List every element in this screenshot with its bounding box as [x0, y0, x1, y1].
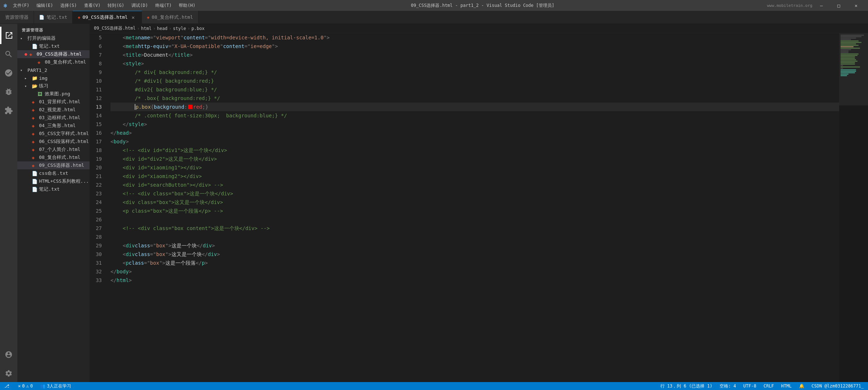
activity-search[interactable] [0, 46, 17, 63]
activity-extensions[interactable] [0, 102, 17, 119]
html-icon11: ◈ [32, 163, 38, 168]
sidebar-biji-txt[interactable]: 📄 笔记.txt [17, 185, 90, 193]
status-encoding[interactable]: UTF-8 [742, 384, 758, 389]
sidebar-css-txt[interactable]: 📄 css命名.txt [17, 169, 90, 177]
sidebar-xiaoguo-png[interactable]: 🖼 效果图.png [17, 90, 90, 98]
sidebar-htmlcss-txt[interactable]: 📄 HTML+CSS系列教程... [17, 177, 90, 185]
tab-combined-icon: ◈ [147, 15, 149, 20]
sidebar-item-css-selector[interactable]: ● ◈ 09_CSS选择器.html [17, 50, 90, 58]
sidebar-05-label: 05_CSS文字样式.html [39, 130, 90, 137]
menu-terminal[interactable]: 终端(T) [152, 2, 175, 9]
code-line-28 [110, 233, 839, 241]
html-icon6: ◈ [32, 123, 38, 129]
status-bell[interactable]: 🔔 [798, 384, 806, 389]
sidebar-notes-label: 笔记.txt [39, 43, 90, 49]
menu-file[interactable]: 文件(F) [10, 2, 32, 9]
sidebar-part1-2: ▾ PART1_2 ▸ 📁 img ▾ 📂 练习 🖼 效果图.png ◈ [17, 66, 90, 193]
sidebar-htmlcss-label: HTML+CSS系列教程... [39, 178, 90, 185]
tab-css-close[interactable]: ✕ [130, 14, 136, 21]
minimize-button[interactable]: — [813, 0, 830, 11]
status-bar-left: ⎇ ✕ 0 ⚠ 0 👥 3人正在学习 [3, 383, 73, 389]
code-line-10: /* #div1{ background:red;} [110, 77, 839, 85]
activity-debug[interactable] [0, 83, 17, 100]
status-spaces[interactable]: 空格: 4 [718, 383, 738, 389]
sidebar-08-html[interactable]: ◈ 08_复合样式.html [17, 153, 90, 161]
status-csdn-label: CSDN @lzm0312286771_ [812, 384, 864, 389]
maximize-button[interactable]: □ [830, 0, 847, 11]
status-encoding-label: UTF-8 [743, 384, 756, 389]
sidebar-05-html[interactable]: ◈ 05_CSS文字样式.html [17, 130, 90, 138]
code-line-13: p.box{ background: red;} [110, 103, 839, 111]
menu-edit[interactable]: 编辑(E) [34, 2, 56, 9]
activity-settings[interactable] [0, 365, 17, 382]
png-icon: 🖼 [38, 91, 43, 97]
line-numbers: 5 6 7 8 9 10 11 12 13 14 15 16 17 18 19 … [90, 33, 108, 382]
code-editor[interactable]: 5 6 7 8 9 10 11 12 13 14 15 16 17 18 19 … [90, 33, 868, 382]
editor-area: 09_CSS选择器.html › html › head › style › p… [90, 24, 868, 382]
sidebar-06-html[interactable]: ◈ 06_CSS段落样式.html [17, 138, 90, 146]
status-spaces-label: 空格: 4 [720, 383, 736, 389]
breadcrumb-sep4: › [187, 26, 190, 31]
close-button[interactable]: ✕ [848, 0, 864, 11]
tab-css-selector[interactable]: ◈ 09_CSS选择器.html ✕ [73, 11, 142, 23]
sidebar-item-combined[interactable]: ◈ 08_复合样式.html [17, 58, 90, 66]
tab-combined-label: 08_复合样式.html [152, 14, 193, 21]
tab-notes[interactable]: 📄 笔记.txt [34, 11, 73, 23]
menu-debug[interactable]: 调试(D) [129, 2, 151, 9]
sidebar-02-html[interactable]: ◈ 02_视觉差.html [17, 106, 90, 114]
breadcrumb-html: html [141, 26, 152, 31]
sidebar-09-html[interactable]: ◈ 09_CSS选择器.html [17, 161, 90, 169]
tab-combined[interactable]: ◈ 08_复合样式.html [142, 11, 199, 23]
modified-dot: ● [25, 52, 27, 57]
sidebar-open-editors: ▾ 打开的编辑器 📄 笔记.txt ● ◈ 09_CSS选择器.html ◈ 0… [17, 34, 90, 66]
status-position[interactable]: 行 13，列 6 (已选择 1) [659, 383, 714, 389]
sidebar-part1-2-label: PART1_2 [27, 68, 47, 73]
code-line-27: <!-- <div class="box content">这是一个块</div… [110, 224, 839, 233]
status-branch[interactable]: ⎇ [3, 384, 12, 389]
html-icon8: ◈ [32, 139, 38, 144]
sidebar-01-html[interactable]: ◈ 01_背景样式.html [17, 98, 90, 106]
menu-selection[interactable]: 选择(S) [57, 2, 80, 9]
sidebar-part1-2-toggle[interactable]: ▾ PART1_2 [17, 66, 90, 74]
sidebar-item-notes-txt[interactable]: 📄 笔记.txt [17, 42, 90, 50]
code-line-6: <meta http-equiv="X-UA-Compatible" conte… [110, 42, 839, 51]
menu-help[interactable]: 帮助(H) [176, 2, 198, 9]
menu-goto[interactable]: 转到(G) [105, 2, 127, 9]
arrow-down-icon3: ▾ [25, 84, 30, 88]
code-line-23: <!-- <div class="box">这是一个块</div> [110, 189, 839, 198]
txt-icon: 📄 [32, 44, 38, 49]
sidebar-04-html[interactable]: ◈ 04_三角形.html [17, 122, 90, 130]
activity-accounts[interactable] [0, 346, 17, 363]
sidebar-img-folder[interactable]: ▸ 📁 img [17, 74, 90, 82]
tab-bar: 资源管理器 📄 笔记.txt ◈ 09_CSS选择器.html ✕ ◈ 08_复… [0, 11, 868, 24]
sidebar-07-html[interactable]: ◈ 07_个人简介.html [17, 146, 90, 153]
status-errors[interactable]: ✕ 0 ⚠ 0 [17, 384, 34, 389]
breadcrumb-head: head [157, 26, 168, 31]
html-icon10: ◈ [32, 155, 38, 160]
html-icon4: ◈ [32, 107, 38, 113]
status-line-ending[interactable]: CRLF [762, 384, 776, 389]
sidebar-lianxi-folder[interactable]: ▾ 📂 练习 [17, 82, 90, 90]
status-csdn[interactable]: CSDN @lzm0312286771_ [810, 384, 865, 389]
sidebar-08-label: 08_复合样式.html [39, 154, 90, 161]
tab-notes-label: 笔记.txt [47, 14, 67, 21]
status-language[interactable]: HTML [780, 384, 793, 389]
code-line-21: <div id="xiaoming2"></div> [110, 172, 839, 181]
code-line-5: <meta name="viewport" content="width=dev… [110, 33, 839, 42]
status-users[interactable]: 👥 3人正在学习 [39, 383, 73, 389]
sidebar-03-html[interactable]: ◈ 03_边框样式.html [17, 114, 90, 122]
code-line-15: </style> [110, 120, 839, 129]
sidebar-open-editors-toggle[interactable]: ▾ 打开的编辑器 [17, 34, 90, 42]
tab-explorer[interactable]: 资源管理器 [0, 11, 34, 23]
menu-view[interactable]: 查看(V) [81, 2, 104, 9]
code-line-33: </html> [110, 276, 839, 285]
activity-explorer[interactable] [0, 27, 17, 44]
minimap [839, 33, 868, 382]
minimap-content [839, 33, 868, 78]
sidebar-png-label: 效果图.png [45, 91, 90, 97]
code-line-16: </head> [110, 129, 839, 137]
sidebar-03-label: 03_边框样式.html [39, 114, 90, 121]
activity-git[interactable] [0, 64, 17, 82]
sidebar-02-label: 02_视觉差.html [39, 107, 90, 113]
breadcrumb: 09_CSS选择器.html › html › head › style › p… [90, 24, 868, 33]
